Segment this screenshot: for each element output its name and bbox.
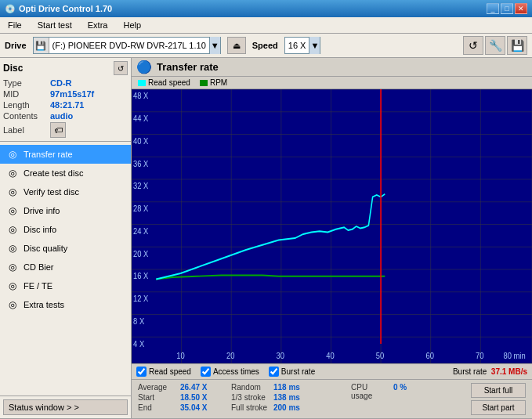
disc-info-icon: ◎ bbox=[6, 223, 19, 236]
check-access-times-label: Access times bbox=[213, 367, 259, 376]
disc-refresh-button[interactable]: ↺ bbox=[114, 61, 128, 75]
maximize-button[interactable]: □ bbox=[501, 3, 513, 14]
random-value: 118 ms bbox=[273, 383, 309, 392]
svg-text:20 X: 20 X bbox=[133, 249, 148, 258]
svg-text:20: 20 bbox=[226, 351, 235, 360]
chart-controls: Read speed Access times Burst rate Burst… bbox=[132, 363, 532, 379]
nav-create-test-disc[interactable]: ◎ Create test disc bbox=[0, 164, 131, 182]
checkbox-read-speed[interactable] bbox=[136, 367, 147, 377]
nav-extra-tests[interactable]: ◎ Extra tests bbox=[0, 295, 131, 314]
nav-cd-bier-label: CD Bier bbox=[24, 262, 54, 272]
nav-drive-info[interactable]: ◎ Drive info bbox=[0, 201, 131, 220]
cpu-value: 0 % bbox=[393, 383, 429, 400]
disc-label-label: Label bbox=[3, 125, 50, 135]
legend-read-speed: Read speed bbox=[138, 78, 190, 87]
disc-quality-icon: ◎ bbox=[6, 242, 19, 255]
nav-verify-test-disc[interactable]: ◎ Verify test disc bbox=[0, 182, 131, 201]
transfer-rate-icon: ◎ bbox=[6, 148, 19, 161]
svg-text:32 X: 32 X bbox=[133, 182, 148, 191]
refresh-button[interactable]: ↺ bbox=[463, 36, 483, 55]
status-window-label: Status window > > bbox=[9, 403, 79, 412]
drive-info-icon: ◎ bbox=[6, 204, 19, 217]
settings-button[interactable]: 🔧 bbox=[485, 36, 505, 55]
checkbox-burst-rate[interactable] bbox=[269, 367, 279, 377]
svg-text:50: 50 bbox=[376, 351, 385, 360]
menu-help[interactable]: Help bbox=[118, 19, 146, 31]
nav-section: ◎ Transfer rate ◎ Create test disc ◎ Ver… bbox=[0, 142, 131, 396]
third-stroke-value: 138 ms bbox=[273, 393, 309, 402]
app-title: Opti Drive Control 1.70 bbox=[19, 4, 112, 13]
check-access-times[interactable]: Access times bbox=[201, 367, 259, 377]
svg-text:40 X: 40 X bbox=[133, 136, 148, 146]
main-area: Disc ↺ Type CD-R MID 97m15s17f Length 48… bbox=[0, 58, 532, 418]
svg-text:40: 40 bbox=[326, 351, 335, 360]
label-button[interactable]: 🏷 bbox=[50, 122, 66, 138]
third-stroke-label: 1/3 stroke bbox=[231, 393, 270, 402]
disc-title: Disc bbox=[3, 63, 23, 74]
nav-cd-bier[interactable]: ◎ CD Bier bbox=[0, 258, 131, 276]
legend-read-speed-label: Read speed bbox=[148, 78, 190, 87]
speed-value: 16 X bbox=[285, 41, 309, 50]
svg-text:16 X: 16 X bbox=[133, 272, 148, 281]
average-label: Average bbox=[138, 383, 177, 392]
drive-label: Drive bbox=[5, 41, 27, 50]
nav-disc-quality[interactable]: ◎ Disc quality bbox=[0, 239, 131, 258]
speed-select[interactable]: 16 X ▼ bbox=[284, 37, 321, 54]
eject-button[interactable]: ⏏ bbox=[227, 37, 246, 54]
drive-value: (F:) PIONEER DVD-RW DVR-217L 1.10 bbox=[49, 41, 209, 50]
svg-text:8 X: 8 X bbox=[133, 316, 144, 326]
svg-text:60: 60 bbox=[425, 351, 434, 360]
drive-dropdown[interactable]: ▼ bbox=[209, 37, 220, 54]
menu-file[interactable]: File bbox=[3, 19, 27, 31]
disc-section: Disc ↺ Type CD-R MID 97m15s17f Length 48… bbox=[0, 58, 131, 142]
chart-icon: 🔵 bbox=[136, 60, 152, 74]
stat-end: End 35.04 X bbox=[138, 403, 215, 412]
svg-text:80 min: 80 min bbox=[504, 351, 526, 360]
check-read-speed[interactable]: Read speed bbox=[136, 367, 191, 377]
svg-text:30: 30 bbox=[277, 351, 285, 360]
contents-value: audio bbox=[50, 111, 73, 121]
stat-start: Start 18.50 X bbox=[138, 393, 215, 402]
nav-transfer-rate[interactable]: ◎ Transfer rate bbox=[0, 145, 131, 164]
minimize-button[interactable]: _ bbox=[487, 3, 499, 14]
extra-tests-icon: ◎ bbox=[6, 298, 19, 311]
nav-fe-te[interactable]: ◎ FE / TE bbox=[0, 276, 131, 295]
mid-value: 97m15s17f bbox=[50, 89, 94, 99]
drive-bar: Drive 💾 (F:) PIONEER DVD-RW DVR-217L 1.1… bbox=[0, 34, 532, 58]
nav-disc-info-label: Disc info bbox=[24, 225, 56, 234]
check-burst-rate[interactable]: Burst rate bbox=[269, 367, 315, 377]
legend-read-speed-color bbox=[138, 80, 146, 86]
check-read-speed-label: Read speed bbox=[149, 367, 191, 376]
action-buttons: Start full Start part bbox=[471, 383, 526, 415]
svg-text:28 X: 28 X bbox=[133, 204, 148, 213]
nav-fe-te-label: FE / TE bbox=[24, 281, 52, 291]
speed-label: Speed bbox=[252, 41, 278, 50]
start-full-button[interactable]: Start full bbox=[471, 383, 526, 398]
status-window-button[interactable]: Status window > > bbox=[3, 399, 128, 415]
speed-dropdown[interactable]: ▼ bbox=[309, 37, 320, 54]
menu-start-test[interactable]: Start test bbox=[33, 19, 77, 31]
close-button[interactable]: ✕ bbox=[515, 3, 527, 14]
drive-select[interactable]: 💾 (F:) PIONEER DVD-RW DVR-217L 1.10 ▼ bbox=[33, 37, 221, 54]
burst-rate-label: Burst rate bbox=[453, 367, 487, 376]
nav-transfer-rate-label: Transfer rate bbox=[24, 150, 73, 159]
checkbox-access-times[interactable] bbox=[201, 367, 211, 377]
menu-extra[interactable]: Extra bbox=[83, 19, 113, 31]
stats-left: Average 26.47 X Start 18.50 X End 35.04 … bbox=[138, 383, 215, 415]
stats-section: Average 26.47 X Start 18.50 X End 35.04 … bbox=[132, 379, 532, 418]
stat-full-stroke: Full stroke 200 ms bbox=[231, 403, 309, 412]
svg-text:4 X: 4 X bbox=[133, 339, 144, 349]
save-button[interactable]: 💾 bbox=[507, 36, 527, 55]
stats-right: CPU usage 0 % bbox=[351, 383, 429, 415]
content-area: 🔵 Transfer rate Read speed RPM bbox=[132, 58, 532, 418]
nav-drive-info-label: Drive info bbox=[24, 206, 60, 215]
burst-rate-value: 37.1 MB/s bbox=[491, 367, 527, 376]
start-value: 18.50 X bbox=[180, 393, 215, 402]
stat-third-stroke: 1/3 stroke 138 ms bbox=[231, 393, 309, 402]
legend-rpm-color bbox=[200, 80, 208, 86]
mid-label: MID bbox=[3, 89, 50, 99]
nav-disc-info[interactable]: ◎ Disc info bbox=[0, 220, 131, 239]
svg-text:12 X: 12 X bbox=[133, 294, 148, 303]
full-stroke-label: Full stroke bbox=[231, 403, 270, 412]
start-part-button[interactable]: Start part bbox=[471, 400, 526, 415]
